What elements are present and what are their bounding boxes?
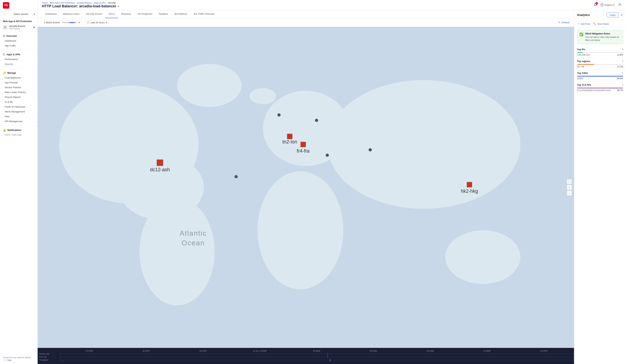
- support-button[interactable]: Support ▾: [600, 3, 615, 7]
- time-select[interactable]: 🕐 Last 24 hours ▾: [85, 20, 109, 25]
- timeline-tick-2: 06:26PM: [118, 350, 175, 352]
- svg-text:dc12-ash: dc12-ash: [150, 167, 170, 172]
- sidebar-item-alerts-audit[interactable]: Alerts, Audit Logs: [0, 132, 38, 137]
- chevron-right-icon: ›: [34, 96, 35, 98]
- chevron-right-icon: ›: [34, 86, 35, 89]
- tab-bar: Dashboard Malicious Users Security Event…: [38, 10, 574, 18]
- nav-apps-header: ⬡ Apps & APIs: [0, 52, 38, 57]
- svg-rect-20: [467, 182, 472, 187]
- sidebar-item-dashboard[interactable]: Dashboard: [0, 38, 38, 43]
- breadcrumb-apps[interactable]: Apps & APIs: [94, 1, 106, 4]
- sidebar-item-public-ip[interactable]: Public IP Addresses: [0, 104, 38, 109]
- analytics-pct-value: 99.7%: [617, 89, 623, 92]
- sidebar-item-api-management[interactable]: API Management ›: [0, 119, 38, 124]
- sidebar-item-app-traffic[interactable]: App Traffic: [0, 43, 38, 48]
- sidebar: F5 ⋮⋮ Select service ▾ Web App & API Pro…: [0, 0, 38, 364]
- tab-realtime[interactable]: Realtime: [156, 10, 171, 18]
- timeline-container: 03:40PM 06:26PM 09:13PM 04 Jun, 12:00AM …: [38, 348, 574, 364]
- spike-red: [327, 353, 328, 358]
- hide-link[interactable]: Hide: [7, 359, 11, 362]
- refresh-button[interactable]: ↻ Refresh: [558, 21, 570, 24]
- chevron-down-icon: ▾: [622, 48, 623, 51]
- timeline-labels: Request rate Error rate Throughput: [38, 352, 60, 362]
- main-content: Dashboard Malicious Users Security Event…: [38, 10, 574, 364]
- svg-text:Atlantic: Atlantic: [180, 229, 207, 237]
- bell-icon: 🔔: [3, 128, 6, 131]
- nav-overview-header: ⊙ Overview: [0, 33, 38, 38]
- analytics-bar-top-regions: DE, HE 37.2%: [577, 64, 623, 68]
- breadcrumb-namespace[interactable]: arcadia-finance: [77, 1, 92, 4]
- user-button[interactable]: [618, 3, 622, 7]
- tab-dashboard[interactable]: Dashboard: [42, 10, 60, 18]
- svg-text:Ocean: Ocean: [182, 239, 205, 247]
- service-selector[interactable]: ⋮⋮ Select service ▾: [0, 11, 38, 17]
- nav-apps-label: Apps & APIs: [6, 53, 20, 56]
- map-fullscreen-button[interactable]: ⛶: [567, 179, 572, 184]
- svg-rect-16: [287, 134, 292, 139]
- clock-icon: 🕐: [87, 21, 89, 24]
- f5-logo: F5: [3, 2, 9, 9]
- sidebar-item-security[interactable]: Security: [0, 62, 38, 67]
- sidebar-item-rate-limiter[interactable]: Rate Limiter Policies ›: [0, 90, 38, 95]
- nav-notifications-header: 🔔 Notifications: [0, 127, 38, 132]
- namespace-name: arcadia-finance: [9, 25, 32, 27]
- analytics-section-top-ips-header[interactable]: Top IPs ▾: [577, 48, 623, 51]
- tab-bot-traffic[interactable]: Bot Traffic Overview: [191, 10, 218, 18]
- sidebar-item-ai-ml[interactable]: AI & ML: [0, 100, 38, 104]
- chevron-right-icon: ›: [34, 116, 35, 118]
- breadcrumb-current: Security: [108, 1, 116, 4]
- timeline-label-throughput: Throughput: [39, 359, 59, 361]
- topbar-right: 1 Support ▾: [593, 3, 622, 7]
- chevron-right-icon: ›: [34, 120, 35, 122]
- sidebar-item-app-firewall[interactable]: App Firewall: [0, 80, 38, 85]
- analytics-bar-fill: [577, 76, 623, 77]
- tab-ddos[interactable]: DDoS: [105, 10, 118, 18]
- mitigation-desc: You can add or view rules based on filte…: [585, 36, 621, 42]
- breadcrumb-sep: ›: [92, 1, 93, 4]
- tab-security-events[interactable]: Security Events: [83, 10, 105, 18]
- svg-point-11: [177, 64, 241, 107]
- svg-point-2: [619, 3, 620, 5]
- analytics-bar-top-tls: 871a754af286dfb70c1b53c6887c62e0 99.7%: [577, 88, 623, 92]
- svg-point-10: [445, 230, 520, 284]
- tab-api-endpoints[interactable]: API Endpoints: [134, 10, 156, 18]
- sidebar-item-shared-objects[interactable]: Shared Objects ›: [0, 95, 38, 100]
- content: Dashboard Malicious Users Security Event…: [38, 10, 626, 364]
- timeline-tick-5: 02:46AM: [288, 350, 345, 352]
- sidebar-item-alerts-management[interactable]: Alerts Management ›: [0, 109, 38, 114]
- mitigation-title: DDoS Mitigation Rules: [585, 32, 621, 35]
- analytics-section-top-tls-header[interactable]: Top TLS FPs ▾: [577, 83, 623, 86]
- sidebar-item-load-balancers[interactable]: Load Balancers ›: [0, 75, 38, 80]
- timeline-label-request: Request rate: [39, 353, 59, 355]
- analytics-section-top-asns-header[interactable]: Top ASNs ▾: [577, 72, 623, 74]
- svg-point-12: [250, 88, 276, 104]
- svg-point-6: [139, 198, 215, 305]
- ddos-events-select[interactable]: 2 DDoS Events ▾: [42, 20, 82, 25]
- sidebar-item-service-policies[interactable]: Service Policies ›: [0, 85, 38, 90]
- apply-button[interactable]: Apply: [607, 13, 619, 17]
- notification-button[interactable]: 1: [593, 3, 597, 7]
- timeline-tick-8: 11:06AM: [459, 350, 515, 352]
- apps-icon: ⬡: [3, 53, 5, 56]
- map-zoom-out-button[interactable]: −: [567, 191, 572, 196]
- add-rule-action[interactable]: ＋ Add Rule: [577, 22, 590, 25]
- sidebar-item-performance[interactable]: Performance: [0, 57, 38, 62]
- analytics-section-top-ips: Top IPs ▾ 3.68.108.212 12.8%: [574, 46, 626, 58]
- tab-malicious-users[interactable]: Malicious Users: [60, 10, 83, 18]
- view-rules-action[interactable]: ✏️ View Rules: [593, 22, 609, 25]
- spike-blue: [330, 359, 330, 362]
- close-button[interactable]: ✕: [621, 13, 623, 17]
- timeline-tick-7: 08:20AM: [402, 350, 459, 352]
- timeline-chart-area[interactable]: [60, 352, 574, 362]
- tab-bot-defense[interactable]: Bot Defense: [171, 10, 191, 18]
- analytics-section-top-regions-header[interactable]: Top regions ▾: [577, 60, 623, 63]
- namespace-item[interactable]: A arcadia-finance Namespace ▾: [0, 24, 38, 31]
- breadcrumb-waap[interactable]: Web App & API Protection: [50, 1, 75, 4]
- dropdown-icon[interactable]: ▾: [117, 5, 119, 8]
- sidebar-item-files[interactable]: Files ›: [0, 114, 38, 119]
- map-zoom-in-button[interactable]: +: [567, 185, 572, 190]
- breadcrumb-home[interactable]: Home: [42, 1, 48, 4]
- breadcrumb: Home › Web App & API Protection › arcadi…: [42, 1, 119, 4]
- tab-requests[interactable]: Requests: [118, 10, 134, 18]
- svg-point-13: [488, 128, 510, 171]
